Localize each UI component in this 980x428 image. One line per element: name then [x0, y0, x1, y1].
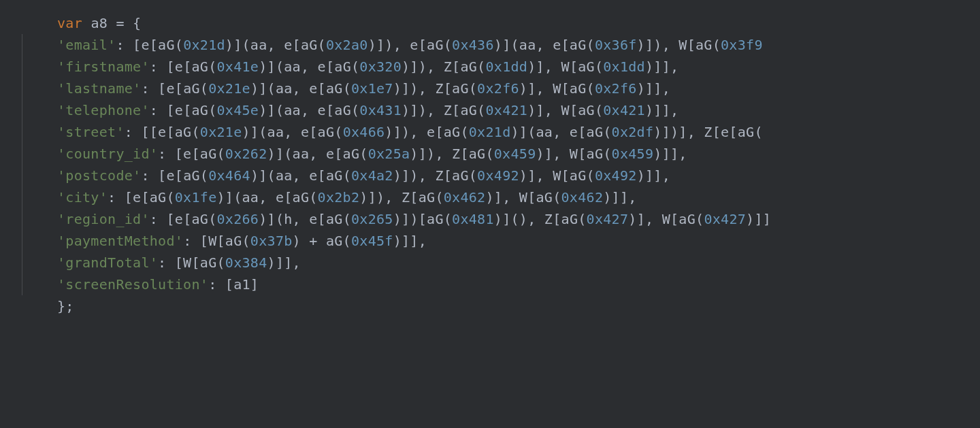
number: 0x41e	[217, 59, 259, 75]
punct: )], W[aG(	[519, 167, 595, 184]
punct: : [W[aG(	[158, 254, 225, 271]
punct: )], W[aG(	[527, 102, 603, 118]
gutter	[0, 0, 12, 428]
number: 0x21d	[183, 37, 225, 53]
number: 0x21e	[200, 124, 242, 140]
punct: )](aa, e[aG(	[267, 146, 368, 162]
punct: )])[aG(	[393, 211, 452, 227]
number: 0x262	[225, 146, 267, 162]
punct: )]],	[267, 254, 301, 271]
number: 0x492	[477, 167, 519, 184]
string-key: 'street'	[57, 124, 125, 140]
punct: )], W[aG(	[519, 80, 595, 97]
number: 0x320	[359, 59, 402, 75]
code-line: 'street': [[e[aG(0x21e)](aa, e[aG(0x466)…	[22, 121, 980, 143]
punct: )]), Z[aG(	[359, 189, 443, 205]
number: 0x37b	[250, 233, 293, 249]
number: 0x2f6	[595, 80, 637, 97]
number: 0x462	[561, 189, 604, 205]
punct: )](), Z[aG(	[494, 211, 587, 227]
punct: : [e[aG(	[108, 189, 175, 205]
number: 0x265	[351, 211, 393, 227]
code-line: 'email': [e[aG(0x21d)](aa, e[aG(0x2a0)])…	[22, 34, 980, 56]
code-line: 'screenResolution': [a1]	[22, 274, 980, 295]
punct: )]]	[746, 211, 771, 227]
number: 0x421	[485, 102, 527, 118]
number: 0x459	[494, 146, 536, 162]
string-key: 'lastname'	[57, 80, 141, 97]
number: 0x2a0	[326, 37, 368, 53]
punct: )]],	[645, 59, 679, 75]
number: 0x2df	[612, 124, 654, 140]
string-key: 'region_id'	[57, 211, 150, 227]
number: 0x45e	[217, 102, 259, 118]
number: 0x427	[704, 211, 746, 227]
number: 0x459	[612, 146, 654, 162]
string-key: 'grandTotal'	[57, 254, 158, 271]
number: 0x421	[603, 102, 645, 118]
punct: };	[57, 298, 74, 314]
code-area[interactable]: var a8 = { 'email': [e[aG(0x21d)](aa, e[…	[0, 0, 980, 317]
number: 0x45f	[351, 233, 393, 249]
number: 0x481	[452, 211, 494, 227]
number: 0x2f6	[477, 80, 519, 97]
punct: : [e[aG(	[158, 146, 225, 162]
punct: : [[e[aG(	[125, 124, 200, 140]
punct: )](aa, e[aG(	[259, 59, 359, 75]
number: 0x25a	[368, 146, 410, 162]
punct: )], W[aG(	[536, 146, 612, 162]
code-line: };	[57, 295, 980, 317]
number: 0x431	[359, 102, 402, 118]
punct: )](aa, e[aG(	[250, 167, 351, 184]
punct: : [e[aG(	[150, 211, 217, 227]
code-line: 'paymentMethod': [W[aG(0x37b) + aG(0x45f…	[22, 230, 980, 252]
punct: )]],	[393, 233, 427, 249]
punct: )]), Z[aG(	[402, 59, 485, 75]
punct: )]), Z[aG(	[393, 167, 477, 184]
punct: )]), e[aG(	[385, 124, 468, 140]
punct: : [e[aG(	[116, 37, 183, 53]
code-line: 'city': [e[aG(0x1fe)](aa, e[aG(0x2b2)]),…	[22, 186, 980, 208]
punct: )](aa, e[aG(	[494, 37, 595, 53]
number: 0x1dd	[603, 59, 645, 75]
punct: )], W[aG(	[485, 189, 561, 205]
punct: )], W[aG(	[628, 211, 704, 227]
punct: )]],	[653, 146, 687, 162]
punct: )], W[aG(	[527, 59, 603, 75]
code-editor[interactable]: var a8 = { 'email': [e[aG(0x21d)](aa, e[…	[0, 0, 980, 428]
number: 0x1e7	[351, 80, 393, 97]
number: 0x427	[587, 211, 629, 227]
identifier: a8	[91, 15, 108, 31]
punct: )]), e[aG(	[368, 37, 452, 53]
number: 0x1dd	[485, 59, 527, 75]
punct: )]), Z[aG(	[402, 102, 485, 118]
number: 0x466	[343, 124, 385, 140]
number: 0x21d	[469, 124, 511, 140]
punct: : [a1]	[208, 276, 259, 293]
string-key: 'postcode'	[57, 167, 141, 184]
punct: )]],	[637, 167, 670, 184]
code-line: 'firstname': [e[aG(0x41e)](aa, e[aG(0x32…	[22, 56, 980, 78]
punct: )](aa, e[aG(	[510, 124, 611, 140]
number: 0x1fe	[175, 189, 217, 205]
code-line: 'grandTotal': [W[aG(0x384)]],	[22, 252, 980, 274]
punct: )](aa, e[aG(	[242, 124, 343, 140]
string-key: 'telephone'	[57, 102, 150, 118]
code-line: 'telephone': [e[aG(0x45e)](aa, e[aG(0x43…	[22, 99, 980, 121]
punct: )](aa, e[aG(	[250, 80, 351, 97]
punct: )](h, e[aG(	[259, 211, 351, 227]
punct: )]), Z[aG(	[393, 80, 477, 97]
number: 0x21e	[208, 80, 250, 97]
number: 0x2b2	[318, 189, 360, 205]
code-line: 'postcode': [e[aG(0x464)](aa, e[aG(0x4a2…	[22, 165, 980, 186]
number: 0x462	[444, 189, 486, 205]
punct: )])], Z[e[aG(	[653, 124, 762, 140]
punct: : [e[aG(	[141, 80, 208, 97]
punct: : [W[aG(	[183, 233, 250, 249]
number: 0x36f	[595, 37, 637, 53]
string-key: 'country_id'	[57, 146, 158, 162]
code-line: 'lastname': [e[aG(0x21e)](aa, e[aG(0x1e7…	[22, 78, 980, 99]
punct: )]), Z[aG(	[410, 146, 493, 162]
number: 0x436	[452, 37, 494, 53]
punct: )](aa, e[aG(	[217, 189, 318, 205]
